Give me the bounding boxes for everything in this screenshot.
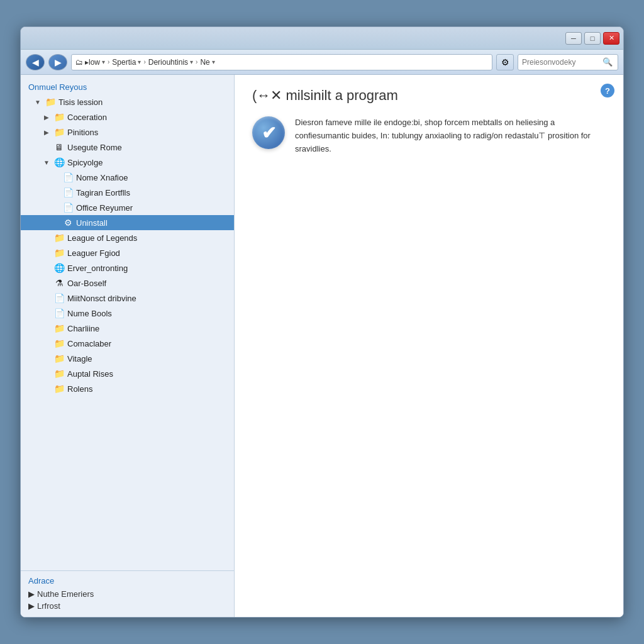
breadcrumb-label-1: ▸low <box>85 58 100 67</box>
item-label-15: Comaclaber <box>67 339 111 348</box>
item-label-9: Leaguer Fgiod <box>67 248 120 258</box>
list-item[interactable]: 📄 MiitNonsct dribvine <box>21 291 234 306</box>
expand-label-2: Lrfrost <box>37 601 60 611</box>
doc-icon-5: 📄 <box>62 187 74 198</box>
checkmark-icon: ✔ <box>252 116 285 149</box>
item-label-12: MiitNonsct dribvine <box>67 294 136 303</box>
toolbar: ◀ ▶ 🗂 ▸low ▾ › Spertia ▾ › Deriouhtinis … <box>21 50 623 75</box>
toggle-7[interactable] <box>51 218 60 227</box>
item-label-11: Oar-Boself <box>67 279 106 288</box>
breadcrumb-item-4[interactable]: Ne ▾ <box>200 58 214 67</box>
list-item[interactable]: 📁 Comaclaber <box>21 336 234 351</box>
doc-icon-2: 🖥 <box>53 142 65 153</box>
list-item[interactable]: 📄 Tagiran Eortflls <box>21 185 234 200</box>
list-item[interactable]: ▶ 📁 Coceration <box>21 109 234 125</box>
folder-icon-18: 📁 <box>53 383 65 394</box>
toggle-16[interactable] <box>42 354 51 363</box>
toggle-17[interactable] <box>42 369 51 378</box>
toggle-8[interactable] <box>42 233 51 242</box>
toggle-4[interactable] <box>51 173 60 182</box>
breadcrumb-item-3[interactable]: Deriouhtinis ▾ <box>148 58 193 67</box>
toggle-15[interactable] <box>42 339 51 348</box>
right-panel: ? (↔✕ milsinilt a program ✔ Diesron fame… <box>235 75 623 617</box>
breadcrumb-sep-1: › <box>108 58 109 65</box>
breadcrumb-label-4: Ne <box>200 58 209 67</box>
toggle-14[interactable] <box>42 324 51 333</box>
settings-icon-7: ⚙ <box>62 217 74 228</box>
list-item[interactable]: 🌐 Erver_ontronting <box>21 260 234 275</box>
folder-icon-9: 📁 <box>53 247 65 258</box>
footer-expand-1[interactable]: ▶ Nuthe Emeriers <box>28 588 226 600</box>
folder-icon-1: 📁 <box>53 126 65 138</box>
left-panel: Onmuel Reyous ▼ 📁 Tisis lession ▶ 📁 Coce… <box>21 75 235 617</box>
breadcrumb-item-2[interactable]: Spertia ▾ <box>112 58 141 67</box>
window-controls: ─ □ ✕ <box>565 32 619 45</box>
toggle-11[interactable] <box>42 279 51 287</box>
list-item[interactable]: 📁 Leaguer Fgiod <box>21 245 234 260</box>
minimize-button[interactable]: ─ <box>565 32 582 45</box>
list-item[interactable]: 🖥 Usegute Rome <box>21 140 234 155</box>
folder-icon: 🗂 <box>75 58 83 67</box>
toggle-18[interactable] <box>42 384 51 393</box>
list-item[interactable]: 📁 Charliine <box>21 321 234 336</box>
folder-icon-17: 📁 <box>53 368 65 379</box>
toggle-13[interactable] <box>42 309 51 318</box>
toggle-2[interactable] <box>42 143 51 152</box>
left-scroll-area[interactable]: Onmuel Reyous ▼ 📁 Tisis lession ▶ 📁 Coce… <box>21 75 234 570</box>
toggle-9[interactable] <box>42 248 51 257</box>
back-button[interactable]: ◀ <box>26 54 45 70</box>
list-item[interactable]: 📁 Rolens <box>21 381 234 396</box>
item-label-0: Coceration <box>67 113 107 122</box>
footer-link[interactable]: Adrace <box>28 576 226 586</box>
left-footer: Adrace ▶ Nuthe Emeriers ▶ Lrfrost <box>21 570 234 617</box>
list-item[interactable]: 📁 Vitagle <box>21 351 234 366</box>
breadcrumb-item-1[interactable]: 🗂 ▸low ▾ <box>75 58 105 67</box>
main-window: ─ □ ✕ ◀ ▶ 🗂 ▸low ▾ › Spertia ▾ › Deriouh… <box>20 26 624 618</box>
toggle-10[interactable] <box>42 264 51 272</box>
breadcrumb-label-2: Spertia <box>112 58 136 67</box>
tree-root[interactable]: ▼ 📁 Tisis lession <box>21 94 234 109</box>
gear-button[interactable]: ⚙ <box>496 54 514 70</box>
search-bar: 🔍 <box>518 54 618 70</box>
footer-expand-2[interactable]: ▶ Lrfrost <box>28 600 226 612</box>
item-label-18: Rolens <box>67 384 92 394</box>
item-label-1: Pinitions <box>67 128 98 137</box>
close-button[interactable]: ✕ <box>603 32 619 45</box>
breadcrumb-sep-3: › <box>196 58 197 65</box>
list-item[interactable]: 📁 League of Legends <box>21 230 234 245</box>
toggle-0[interactable]: ▶ <box>42 113 51 121</box>
list-item[interactable]: ▶ 📁 Pinitions <box>21 125 234 140</box>
tree-toggle-root[interactable]: ▼ <box>33 97 42 106</box>
list-item[interactable]: 📄 Nome Xnafioe <box>21 170 234 185</box>
forward-button[interactable]: ▶ <box>48 54 67 70</box>
search-button[interactable]: 🔍 <box>600 55 615 70</box>
search-input[interactable] <box>518 58 600 67</box>
item-label-6: Office Reyumer <box>76 203 133 213</box>
toggle-5[interactable] <box>51 188 60 197</box>
breadcrumb-bar[interactable]: 🗂 ▸low ▾ › Spertia ▾ › Deriouhtinis ▾ › … <box>71 54 492 70</box>
breadcrumb-sep-2: › <box>143 58 145 65</box>
doc-icon-6: 📄 <box>62 202 74 213</box>
list-item[interactable]: ⚗ Oar-Boself <box>21 275 234 291</box>
item-label-4: Nome Xnafioe <box>76 173 128 182</box>
item-label-7: Uninstall <box>76 218 108 228</box>
help-button[interactable]: ? <box>601 84 614 97</box>
maximize-button[interactable]: □ <box>584 32 601 45</box>
item-label-17: Auptal Rises <box>67 369 113 379</box>
list-item[interactable]: 📄 Office Reyumer <box>21 200 234 215</box>
section-link[interactable]: Onmuel Reyous <box>21 80 234 94</box>
breadcrumb-label-3: Deriouhtinis <box>148 58 188 67</box>
main-content: Onmuel Reyous ▼ 📁 Tisis lession ▶ 📁 Coce… <box>21 75 623 617</box>
expand-arrow-2: ▶ <box>28 601 35 611</box>
expand-label-1: Nuthe Emeriers <box>37 589 94 599</box>
list-item[interactable]: 📁 Auptal Rises <box>21 366 234 381</box>
selected-list-item[interactable]: ⚙ Uninstall <box>21 215 234 230</box>
toggle-12[interactable] <box>42 294 51 303</box>
toggle-1[interactable]: ▶ <box>42 128 51 136</box>
item-label-2: Usegute Rome <box>67 143 122 152</box>
list-item[interactable]: 📄 Nume Bools <box>21 306 234 321</box>
item-label-5: Tagiran Eortflls <box>76 188 130 197</box>
toggle-3[interactable]: ▼ <box>42 158 51 167</box>
list-item[interactable]: ▼ 🌐 Spicyolge <box>21 155 234 170</box>
toggle-6[interactable] <box>51 203 60 212</box>
